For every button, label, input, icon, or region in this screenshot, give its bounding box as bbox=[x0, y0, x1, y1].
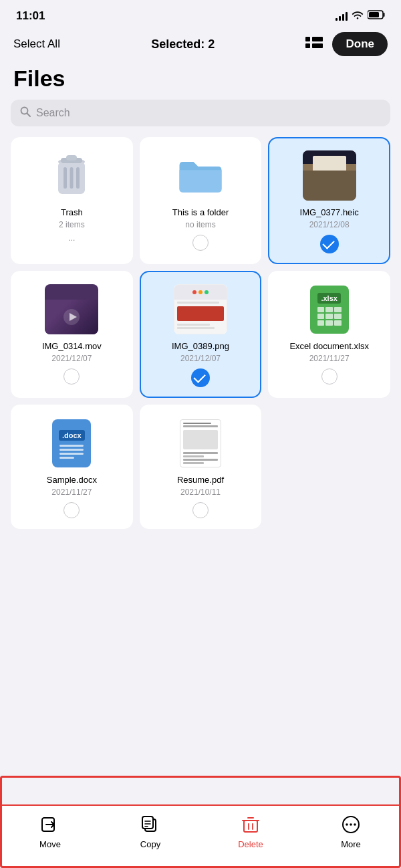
move-label: Move bbox=[39, 839, 61, 849]
file-meta: 2021/10/11 bbox=[180, 487, 221, 497]
file-meta: 2 items bbox=[59, 220, 85, 229]
file-name: Resume.pdf bbox=[177, 475, 224, 485]
xlsx-icon-wrap: .xlsx bbox=[303, 284, 356, 334]
selected-count: Selected: 2 bbox=[151, 37, 215, 51]
more-label: More bbox=[341, 839, 361, 849]
files-grid: Trash 2 items ... This is a folder no it… bbox=[0, 137, 401, 529]
page-title: Files bbox=[0, 63, 401, 100]
select-circle bbox=[63, 368, 80, 385]
file-card-folder[interactable]: This is a folder no items bbox=[140, 137, 262, 264]
search-bar[interactable]: Search bbox=[11, 100, 390, 126]
heic-thumb bbox=[303, 150, 356, 201]
pdf-thumb bbox=[174, 418, 227, 468]
grid-icon bbox=[305, 37, 323, 50]
svg-rect-15 bbox=[66, 155, 77, 160]
select-all-button[interactable]: Select All bbox=[13, 37, 60, 51]
file-meta: 2021/11/27 bbox=[51, 487, 92, 497]
more-icon bbox=[342, 815, 360, 836]
file-meta: 2021/12/07 bbox=[51, 354, 92, 363]
top-action-bar: Select All Selected: 2 Done bbox=[0, 28, 401, 63]
select-circle bbox=[192, 235, 209, 251]
svg-rect-4 bbox=[312, 37, 323, 41]
file-card-img0377[interactable]: IMG_0377.heic 2021/12/08 bbox=[268, 137, 390, 264]
svg-rect-12 bbox=[70, 167, 74, 189]
copy-icon bbox=[141, 815, 160, 836]
delete-label: Delete bbox=[238, 839, 263, 849]
svg-rect-24 bbox=[244, 821, 257, 832]
select-circle bbox=[192, 502, 209, 518]
file-name: Excel document.xlsx bbox=[289, 341, 369, 351]
select-circle bbox=[63, 502, 80, 518]
svg-rect-5 bbox=[305, 43, 310, 48]
search-icon bbox=[20, 106, 31, 120]
move-icon bbox=[41, 815, 59, 836]
select-check bbox=[320, 235, 339, 253]
more-button[interactable]: More bbox=[301, 815, 401, 849]
grid-view-button[interactable] bbox=[305, 37, 323, 52]
select-circle bbox=[321, 368, 338, 385]
file-name: IMG_0314.mov bbox=[42, 341, 102, 351]
svg-point-31 bbox=[350, 823, 352, 826]
file-card-img0389[interactable]: IMG_0389.png 2021/12/07 bbox=[140, 271, 262, 398]
file-meta: 2021/12/08 bbox=[309, 220, 350, 229]
svg-point-30 bbox=[346, 823, 348, 826]
bottom-toolbar: Move Copy Delete bbox=[0, 804, 401, 868]
file-name: IMG_0389.png bbox=[172, 341, 229, 351]
svg-rect-11 bbox=[63, 167, 67, 189]
mov-thumb bbox=[45, 284, 98, 334]
search-placeholder: Search bbox=[36, 107, 70, 119]
top-bar-right: Done bbox=[305, 32, 388, 56]
file-meta: 2021/12/07 bbox=[180, 354, 221, 363]
delete-icon bbox=[241, 815, 260, 836]
status-icons bbox=[336, 10, 385, 22]
move-button[interactable]: Move bbox=[0, 815, 100, 849]
file-meta: 2021/11/27 bbox=[309, 354, 350, 363]
file-card-excel[interactable]: .xlsx Excel document.xlsx 2021/11/27 bbox=[268, 271, 390, 398]
svg-rect-2 bbox=[369, 12, 379, 17]
svg-rect-1 bbox=[384, 13, 385, 17]
wifi-icon bbox=[352, 10, 364, 22]
select-check bbox=[191, 368, 210, 387]
file-card-resume[interactable]: Resume.pdf 2021/10/11 bbox=[140, 405, 262, 529]
trash-icon-wrap bbox=[45, 150, 98, 201]
file-name: This is a folder bbox=[172, 207, 229, 217]
folder-icon-wrap bbox=[174, 150, 227, 201]
svg-point-32 bbox=[354, 823, 356, 826]
svg-rect-6 bbox=[312, 43, 323, 48]
status-bar: 11:01 bbox=[0, 0, 401, 28]
signal-icon bbox=[336, 11, 348, 21]
battery-icon bbox=[368, 10, 385, 22]
docx-icon-wrap: .docx bbox=[45, 418, 98, 468]
file-name: Sample.docx bbox=[47, 475, 97, 485]
svg-line-8 bbox=[27, 114, 31, 117]
svg-rect-3 bbox=[305, 37, 310, 41]
svg-rect-13 bbox=[76, 167, 80, 189]
file-extra-meta: ... bbox=[68, 233, 75, 243]
delete-button[interactable]: Delete bbox=[200, 815, 301, 849]
copy-button[interactable]: Copy bbox=[100, 815, 200, 849]
copy-label: Copy bbox=[140, 839, 160, 849]
file-meta: no items bbox=[185, 220, 215, 229]
png-thumb bbox=[174, 284, 227, 334]
done-button[interactable]: Done bbox=[332, 32, 388, 56]
file-name: Trash bbox=[61, 207, 83, 217]
file-card-img0314[interactable]: IMG_0314.mov 2021/12/07 bbox=[11, 271, 133, 398]
status-time: 11:01 bbox=[16, 9, 45, 23]
file-name: IMG_0377.heic bbox=[300, 207, 359, 217]
search-bar-wrap: Search bbox=[0, 100, 401, 137]
file-card-sample[interactable]: .docx Sample.docx 2021/11/27 bbox=[11, 405, 133, 529]
file-card-trash[interactable]: Trash 2 items ... bbox=[11, 137, 133, 264]
